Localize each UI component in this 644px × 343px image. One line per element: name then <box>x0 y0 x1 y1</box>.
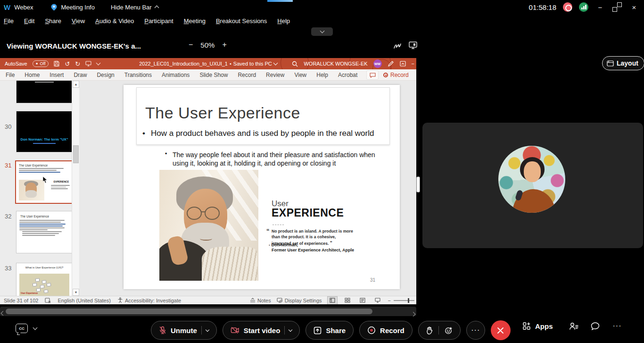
record-button[interactable]: Record <box>359 321 413 340</box>
thumbnail-slide-30[interactable]: Don Norman: The term "UX" <box>16 111 73 152</box>
menu-item[interactable]: File <box>4 17 14 25</box>
menu-item[interactable]: Share <box>45 17 61 25</box>
share-button[interactable]: Share <box>305 321 354 340</box>
slide-sorter-view-button[interactable] <box>343 297 352 304</box>
ribbon-tab[interactable]: Help <box>316 72 328 78</box>
ribbon-tab[interactable]: Acrobat <box>338 72 357 78</box>
ribbon-tab[interactable]: Design <box>97 72 114 78</box>
scroll-up-button[interactable]: ▲ <box>73 81 79 88</box>
zoom-slider-thumb[interactable] <box>408 298 409 303</box>
unmute-options-chevron[interactable] <box>206 327 209 331</box>
menu-item[interactable]: Participant <box>144 17 173 25</box>
screen-share-view-icon[interactable] <box>408 41 418 50</box>
panel-resize-handle[interactable] <box>416 176 420 192</box>
closed-captions-button[interactable]: CC <box>16 324 28 333</box>
ribbon-options-icon[interactable] <box>400 61 406 67</box>
ribbon-tab[interactable]: Insert <box>50 72 64 78</box>
slide-canvas[interactable]: The User Experience • How a product beha… <box>124 85 400 289</box>
thumbnail-slide-33[interactable]: What is User Experience (UX)? User Exper… <box>16 263 73 296</box>
notes-button[interactable]: Notes <box>250 298 271 303</box>
slide-indicator[interactable]: Slide 31 of 102 <box>4 298 38 303</box>
menu-item[interactable]: Audio & Video <box>95 17 134 25</box>
menu-item[interactable]: Meeting <box>184 17 206 25</box>
viewing-title: Viewing WORALUCK WONGSE-EK's a... <box>7 42 141 50</box>
scrollbar-thumb[interactable] <box>73 145 79 163</box>
language-indicator[interactable]: English (United States) <box>58 298 111 303</box>
thumbnail-slide-31-selected[interactable]: The User Experience EXPERIENCE <box>15 160 74 204</box>
open-quote-mark: “ <box>266 227 270 234</box>
ribbon-tab[interactable]: Review <box>266 72 284 78</box>
unmute-button[interactable]: Unmute <box>151 321 217 340</box>
zoom-slider[interactable]: − <box>388 298 414 303</box>
slide-title[interactable]: The User Experience <box>145 104 300 122</box>
participant-video-tile[interactable] <box>422 123 643 248</box>
zoom-in-button[interactable]: + <box>222 41 226 49</box>
emoji-reactions-icon[interactable] <box>445 326 453 335</box>
scroll-down-button[interactable]: ▼ <box>73 289 79 296</box>
thumbnail-slide-32[interactable]: The User Experience <box>16 211 73 253</box>
customize-qat-icon[interactable] <box>97 63 100 65</box>
display-settings-button[interactable]: Display Settings <box>277 298 322 303</box>
collapse-controls-tab[interactable] <box>311 27 333 36</box>
comments-icon[interactable] <box>366 70 379 80</box>
start-presentation-icon[interactable] <box>85 61 91 67</box>
menu-item[interactable]: Breakout Sessions <box>216 17 267 25</box>
annotate-icon[interactable] <box>393 41 402 50</box>
ribbon-tab[interactable]: Slide Show <box>199 72 228 78</box>
ribbon-tab[interactable]: Draw <box>74 72 87 78</box>
ribbon-tab[interactable]: Record <box>238 72 256 78</box>
zoom-out-button[interactable]: − <box>189 41 193 49</box>
account-avatar[interactable]: WW <box>373 59 382 68</box>
menu-item[interactable]: View <box>72 17 85 25</box>
menu-item[interactable]: Help <box>277 17 290 25</box>
zoom-level[interactable]: 50% <box>200 41 215 49</box>
zoom-out-button[interactable]: − <box>388 298 391 303</box>
ribbon-tab[interactable]: Animations <box>162 72 190 78</box>
ribbon-tab[interactable]: Transitions <box>124 72 152 78</box>
menu-item[interactable]: Edit <box>24 17 34 25</box>
search-icon[interactable] <box>292 61 298 67</box>
accessibility-status[interactable]: Accessibility: Investigate <box>117 297 181 303</box>
more-options-button[interactable]: ··· <box>466 321 485 340</box>
don-norman-photo[interactable] <box>159 170 258 281</box>
reactions-button[interactable] <box>418 321 461 340</box>
connection-quality-icon[interactable] <box>579 2 588 12</box>
reading-view-button[interactable] <box>358 297 367 304</box>
ribbon-tab[interactable]: Home <box>25 72 40 78</box>
recording-indicator-icon[interactable] <box>563 2 572 12</box>
close-button[interactable]: × <box>629 3 639 11</box>
ribbon-tab[interactable]: View <box>294 72 306 78</box>
leave-meeting-button[interactable] <box>491 320 511 340</box>
thumbnail-slide-29[interactable]: WHAT IS UX? <box>16 81 73 103</box>
save-icon[interactable] <box>54 61 59 67</box>
apps-button[interactable]: Apps <box>522 322 553 330</box>
slide-bullet-1[interactable]: • How a product behaves and is used by p… <box>142 128 378 138</box>
layout-button[interactable]: Layout <box>602 56 644 70</box>
more-panel-options-button[interactable]: ··· <box>613 322 622 330</box>
meeting-info-button[interactable]: Meeting Info <box>61 4 95 11</box>
normal-view-button[interactable] <box>328 297 337 304</box>
ribbon-record-button[interactable]: Record <box>383 72 416 78</box>
undo-icon[interactable]: ↺ <box>65 61 70 67</box>
slideshow-view-button[interactable] <box>373 297 382 304</box>
slide-bullet-2[interactable]: • The way people feel about it and their… <box>165 151 377 167</box>
ppt-minimize-button[interactable]: − <box>412 61 414 67</box>
participants-button[interactable] <box>569 322 578 330</box>
spell-check-icon[interactable] <box>45 297 51 303</box>
horizontal-scrollbar-thumb[interactable] <box>6 309 372 314</box>
thumbnail-scrollbar[interactable]: ▲ ▼ <box>72 81 79 296</box>
autosave-toggle[interactable]: ● Off <box>33 60 49 67</box>
chat-button[interactable] <box>591 322 600 330</box>
minimize-button[interactable]: − <box>595 3 605 11</box>
chevron-down-icon[interactable] <box>33 326 38 330</box>
video-options-chevron[interactable] <box>289 327 292 331</box>
horizontal-scrollbar[interactable] <box>0 307 416 316</box>
quote-attribution-title: Former User Experience Architect, Apple <box>272 248 354 252</box>
display-settings-icon <box>277 298 283 303</box>
hide-menu-bar-button[interactable]: Hide Menu Bar <box>111 4 158 11</box>
ribbon-tab[interactable]: File <box>6 72 15 78</box>
inking-pen-icon[interactable] <box>388 60 394 67</box>
start-video-button[interactable]: Start video <box>223 321 300 340</box>
redo-icon[interactable]: ↻ <box>75 61 80 67</box>
account-name[interactable]: WORALUCK WONGSE-EK <box>304 61 367 67</box>
